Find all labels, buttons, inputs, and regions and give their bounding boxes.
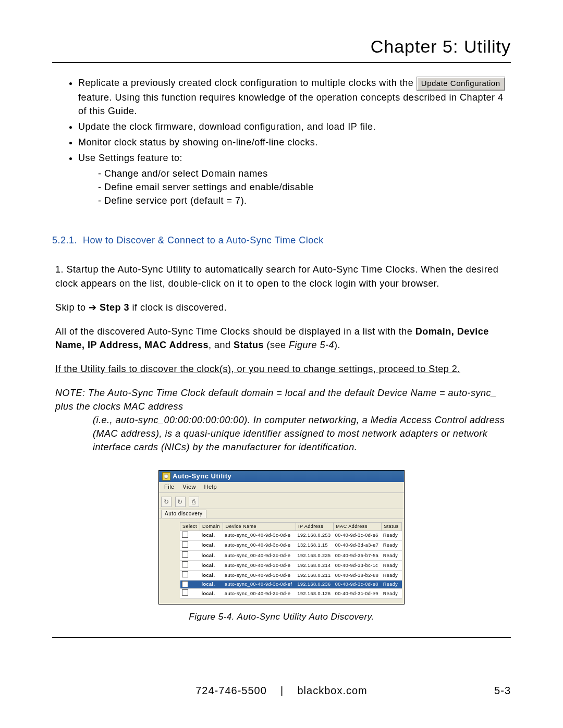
- fail-instruction: If the Utility fails to discover the clo…: [55, 362, 511, 376]
- cell: local.: [200, 589, 223, 599]
- skip-line: Skip to ➔ Step 3 if clock is discovered.: [55, 301, 511, 314]
- section-title: How to Discover & Connect to a Auto-Sync…: [83, 235, 324, 245]
- cell: local.: [200, 561, 223, 571]
- cell: 00-40-9d-38-b2-88: [334, 571, 382, 581]
- cell: auto-sync_00-40-9d-3c-0d-e: [223, 530, 296, 540]
- table-row[interactable]: local.auto-sync_00-40-9d-3c-0d-e192.168.…: [180, 551, 402, 561]
- row-checkbox[interactable]: [182, 551, 188, 558]
- window-titlebar: ⌚ Auto-Sync Utility: [159, 471, 404, 483]
- page-footer: 724-746-5500 | blackbox.com 5-3: [52, 685, 511, 697]
- cell: auto-sync_00-40-9d-3c-0d-e: [223, 571, 296, 581]
- cell: 00-40-9d-3c-0d-e6: [334, 530, 382, 540]
- utility-screenshot: ⌚ Auto-Sync Utility File View Help ↻ ↻ ⎙…: [158, 470, 405, 605]
- row-checkbox[interactable]: [182, 589, 188, 596]
- figure-caption: Figure 5-4. Auto-Sync Utility Auto Disco…: [52, 611, 511, 624]
- footer-divider: |: [280, 685, 284, 696]
- cell: 00-40-9d-33-bc-1c: [334, 561, 382, 571]
- feature-item: Monitor clock status by showing on-line/…: [78, 135, 511, 149]
- col-device-name[interactable]: Device Name: [223, 522, 296, 530]
- cell: local.: [200, 540, 223, 550]
- print-icon[interactable]: ⎙: [189, 497, 199, 507]
- text: Replicate a previously created clock con…: [78, 78, 417, 88]
- col-domain[interactable]: Domain: [200, 522, 223, 530]
- col-ip[interactable]: IP Address: [296, 522, 333, 530]
- col-select[interactable]: Select: [180, 522, 200, 530]
- table-row[interactable]: local.auto-sync_00-40-9d-3c-0d-e192.168.…: [180, 589, 402, 599]
- skip-step: Step 3: [100, 302, 129, 313]
- app-icon: ⌚: [162, 472, 170, 480]
- cell: 132.168.1.15: [296, 540, 333, 550]
- update-configuration-button[interactable]: Update Configuration: [417, 77, 505, 91]
- cell: auto-sync_00-40-9d-3c-0d-ef: [223, 581, 296, 589]
- settings-sublist: Change and/or select Domain names Define…: [78, 167, 511, 207]
- table-row[interactable]: local.auto-sync_00-40-9d-3c-0d-e192.168.…: [180, 561, 402, 571]
- header-rule: [52, 62, 511, 63]
- cell: 192.168.0.236: [296, 581, 333, 589]
- row-checkbox[interactable]: ✕: [182, 581, 188, 587]
- refresh-all-icon[interactable]: ↻: [175, 497, 186, 507]
- cell: Ready: [382, 571, 402, 581]
- cell: auto-sync_00-40-9d-3c-0d-e: [223, 561, 296, 571]
- cell: 192.168.0.211: [296, 571, 333, 581]
- section-number: 5.2.1.: [52, 235, 77, 245]
- cell: Ready: [382, 540, 402, 550]
- cell: 192.168.0.253: [296, 530, 333, 540]
- cell: Ready: [382, 581, 402, 589]
- footer-phone: 724-746-5500: [195, 685, 267, 696]
- toolbar: ↻ ↻ ⎙: [159, 493, 404, 509]
- row-checkbox[interactable]: [182, 541, 188, 548]
- footer-rule: [52, 637, 511, 638]
- row-checkbox[interactable]: [182, 571, 188, 577]
- menubar: File View Help: [159, 482, 404, 493]
- menu-file[interactable]: File: [161, 483, 178, 491]
- sublist-item: Define email server settings and enable/…: [98, 180, 511, 194]
- chapter-title: Chapter 5: Utility: [52, 36, 511, 57]
- cell: 00-40-9d-36-b7-5a: [334, 551, 382, 561]
- cell: Ready: [382, 561, 402, 571]
- cell: Ready: [382, 530, 402, 540]
- cell: 00-40-9d-3c-0d-e8: [334, 581, 382, 589]
- text: feature. Using this function requires kn…: [78, 92, 503, 116]
- feature-list: Replicate a previously created clock con…: [52, 76, 511, 207]
- window-title: Auto-Sync Utility: [173, 472, 231, 482]
- menu-view[interactable]: View: [179, 483, 199, 491]
- footer-site: blackbox.com: [297, 685, 367, 696]
- sublist-item: Change and/or select Domain names: [98, 167, 511, 180]
- cell: 192.168.0.214: [296, 561, 333, 571]
- feature-item: Replicate a previously created clock con…: [78, 76, 511, 118]
- cell: 192.168.0.235: [296, 551, 333, 561]
- col-mac[interactable]: MAC Address: [334, 522, 382, 530]
- menu-help[interactable]: Help: [201, 483, 221, 491]
- row-checkbox[interactable]: [182, 532, 188, 538]
- cell: 00-40-9d-3c-0d-e9: [334, 589, 382, 599]
- sublist-item: Define service port (default = 7).: [98, 194, 511, 207]
- table-row[interactable]: ✕local.auto-sync_00-40-9d-3c-0d-ef192.16…: [180, 581, 402, 589]
- cell: auto-sync_00-40-9d-3c-0d-e: [223, 551, 296, 561]
- table-row[interactable]: local.auto-sync_00-40-9d-3c-0d-e132.168.…: [180, 540, 402, 550]
- table-header-row: Select Domain Device Name IP Address MAC…: [180, 522, 402, 530]
- tab-bar: Auto discovery: [159, 509, 404, 519]
- col-status[interactable]: Status: [382, 522, 402, 530]
- note-detail: (i.e., auto-sync_00:00:00:00:00:00). In …: [93, 413, 511, 454]
- note-block: NOTE: The Auto-Sync Time Clock default d…: [52, 386, 511, 454]
- refresh-icon[interactable]: ↻: [161, 497, 172, 507]
- cell: auto-sync_00-40-9d-3c-0d-e: [223, 540, 296, 550]
- discovered-paragraph: All of the discovered Auto-Sync Time Clo…: [55, 325, 511, 352]
- text: Use Settings feature to:: [78, 153, 182, 163]
- section-heading: 5.2.1. How to Discover & Connect to a Au…: [52, 233, 511, 247]
- step-1: 1. Startup the Auto-Sync Utility to auto…: [55, 263, 511, 290]
- cell: local.: [200, 551, 223, 561]
- cell: 00-40-9d-3d-a3-e7: [334, 540, 382, 550]
- cell: 192.168.0.126: [296, 589, 333, 599]
- cell: auto-sync_00-40-9d-3c-0d-e: [223, 589, 296, 599]
- row-checkbox[interactable]: [182, 561, 188, 567]
- feature-item: Use Settings feature to: Change and/or s…: [78, 151, 511, 207]
- cell: local.: [200, 571, 223, 581]
- cell: Ready: [382, 589, 402, 599]
- table-row[interactable]: local.auto-sync_00-40-9d-3c-0d-e192.168.…: [180, 571, 402, 581]
- cell: local.: [200, 530, 223, 540]
- devices-table: Select Domain Device Name IP Address MAC…: [180, 522, 402, 599]
- table-row[interactable]: local.auto-sync_00-40-9d-3c-0d-e192.168.…: [180, 530, 402, 540]
- tab-auto-discovery[interactable]: Auto discovery: [161, 510, 206, 518]
- cell: Ready: [382, 551, 402, 561]
